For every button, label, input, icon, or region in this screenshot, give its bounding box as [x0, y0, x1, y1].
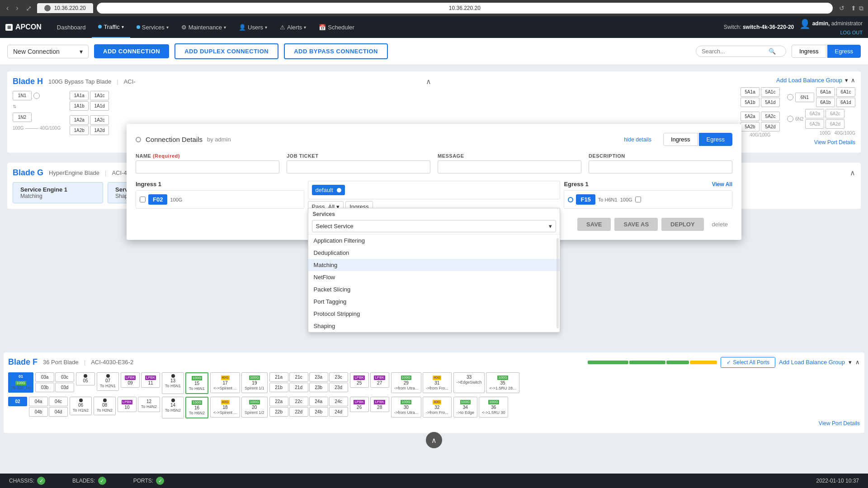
port-30[interactable]: 100G 30 ->from Utra...: [391, 397, 421, 418]
service-item-matching[interactable]: Matching: [308, 259, 560, 271]
port-6a1b[interactable]: 6A1b: [816, 98, 835, 107]
services-dropdown[interactable]: Services Select Service ▾ Application Fi…: [308, 208, 561, 333]
port-03b[interactable]: 03b: [35, 383, 54, 392]
logout-link[interactable]: LOG OUT: [840, 30, 863, 35]
port-02[interactable]: 02: [8, 397, 27, 406]
port-23d[interactable]: 23d: [329, 383, 348, 392]
port-24a[interactable]: 24a: [309, 397, 328, 406]
port-04d[interactable]: 04d: [49, 407, 68, 417]
port-1a1b[interactable]: 1A1b: [70, 101, 89, 111]
service-item-netflow[interactable]: NetFlow: [308, 271, 560, 283]
deploy-button[interactable]: DEPLOY: [661, 218, 703, 231]
port-28[interactable]: LPBK 28: [370, 397, 389, 412]
address-bar[interactable]: 10.36.220.20: [97, 3, 833, 14]
add-connection-button[interactable]: ADD CONNECTION: [94, 44, 169, 58]
port-27[interactable]: LPBK 27: [370, 372, 389, 388]
blade-f-collapse[interactable]: ∧: [855, 359, 860, 366]
port-13[interactable]: 13 To H5N1: [162, 372, 184, 394]
port-5a1c[interactable]: 5A1c: [761, 87, 780, 97]
port-03a[interactable]: 03a: [35, 372, 54, 382]
service-item-app-filtering[interactable]: Application Filtering: [308, 235, 560, 247]
blade-f-view-port-details[interactable]: View Port Details: [8, 418, 860, 428]
port-19[interactable]: 100G 19 Spirent 1/1: [241, 372, 268, 393]
blade-h-lb-collapse[interactable]: ∧: [851, 77, 855, 84]
port-1n2[interactable]: 1N2: [13, 113, 32, 122]
new-connection-dropdown[interactable]: New Connection ▾: [7, 45, 89, 58]
add-duplex-button[interactable]: ADD DUPLEX CONNECTION: [175, 43, 278, 59]
port-20[interactable]: 100G 20 Spirent 1/2: [241, 397, 268, 418]
message-input[interactable]: [438, 160, 581, 174]
default-service-chip[interactable]: default: [312, 185, 345, 195]
port-23c[interactable]: 23c: [329, 372, 348, 382]
port-5a1b[interactable]: 5A1b: [741, 98, 760, 107]
blade-h-collapse[interactable]: ∧: [426, 77, 431, 86]
nav-item-alerts[interactable]: ⚠ Alerts ▾: [274, 16, 312, 38]
service-item-packet-slicing[interactable]: Packet Slicing: [308, 283, 560, 296]
port-03c[interactable]: 03c: [55, 372, 74, 382]
service-item-shaping[interactable]: Shaping: [308, 320, 560, 332]
port-32[interactable]: 40G 32 ->from Fro...: [423, 397, 452, 418]
blade-f-lb-arrow[interactable]: ▾: [849, 359, 852, 366]
port-1a2a[interactable]: 1A2a: [70, 115, 89, 125]
nav-item-services[interactable]: Services ▾: [130, 16, 175, 38]
port-5a2a[interactable]: 5A2a: [741, 112, 760, 121]
search-input[interactable]: [702, 48, 765, 55]
port-6a2d[interactable]: 6A2d: [826, 119, 844, 129]
port-6a2c[interactable]: 6A2c: [826, 109, 844, 118]
port-17[interactable]: 40G 17 <->Spirent ...: [210, 372, 240, 393]
port-5a2b[interactable]: 5A2b: [741, 122, 760, 131]
port-07[interactable]: 07 To H2N1: [97, 372, 119, 391]
port-1a2d[interactable]: 1A2d: [90, 126, 109, 135]
port-1n1[interactable]: 1N1: [13, 91, 32, 100]
port-1a2c[interactable]: 1A2c: [90, 115, 109, 125]
admin-info[interactable]: 👤 admin, administrator LOG OUT: [799, 19, 863, 36]
save-button[interactable]: SAVE: [577, 218, 611, 231]
port-31[interactable]: 40G 31 ->from Fro...: [423, 372, 452, 393]
port-26[interactable]: LPBK 26: [350, 397, 369, 412]
port-03d[interactable]: 03d: [55, 383, 74, 392]
service-item-port-tagging[interactable]: Port Tagging: [308, 296, 560, 308]
port-21d[interactable]: 21d: [289, 383, 308, 392]
port-22d[interactable]: 22d: [289, 407, 308, 417]
egress-tab-button[interactable]: Egress: [827, 45, 861, 58]
port-1a1c[interactable]: 1A1c: [90, 91, 109, 100]
ingress-port-checkbox[interactable]: [140, 197, 146, 202]
save-as-button[interactable]: SAVE AS: [614, 218, 658, 231]
expand-button[interactable]: ⤢: [24, 3, 33, 14]
blade-g-collapse[interactable]: ∧: [850, 169, 855, 177]
nav-item-users[interactable]: 👤 Users ▾: [232, 16, 274, 38]
reload-button[interactable]: ↺: [836, 5, 847, 12]
service-item-protocol-stripping[interactable]: Protocol Stripping: [308, 308, 560, 320]
port-5a1a[interactable]: 5A1a: [741, 87, 760, 97]
port-21a[interactable]: 21a: [269, 372, 288, 382]
details-egress-tab[interactable]: Egress: [699, 133, 732, 146]
description-input[interactable]: [589, 160, 732, 174]
egress-port-chip[interactable]: F15: [576, 194, 595, 205]
port-23b[interactable]: 23b: [309, 383, 328, 392]
blade-h-add-lb[interactable]: Add Load Balance Group: [776, 77, 842, 84]
port-12[interactable]: 12 To H4N2: [138, 397, 160, 412]
browser-tab[interactable]: 10.36.220.20: [37, 3, 93, 13]
port-22b[interactable]: 22b: [269, 407, 288, 417]
port-10[interactable]: LPBK 10: [118, 397, 137, 412]
port-5a2d[interactable]: 5A2d: [761, 122, 780, 131]
port-29[interactable]: 100G 29 ->from Utra...: [391, 372, 421, 393]
port-06[interactable]: 06 To H1N2: [70, 397, 92, 415]
port-6n1[interactable]: 6N1: [795, 93, 814, 102]
nav-item-scheduler[interactable]: 📅 Scheduler: [312, 16, 361, 38]
back-button[interactable]: ‹: [5, 3, 10, 13]
port-14[interactable]: 14 To H5N2: [162, 397, 184, 418]
port-05[interactable]: 05: [76, 372, 95, 385]
port-04c[interactable]: 04c: [49, 397, 68, 406]
port-6a1d[interactable]: 6A1d: [836, 98, 855, 107]
view-all-link[interactable]: View All: [712, 181, 732, 188]
add-bypass-button[interactable]: ADD BYPASS CONNECTION: [284, 43, 388, 59]
egress-port-checkbox[interactable]: [635, 197, 641, 202]
nav-item-traffic[interactable]: Traffic ▾: [92, 16, 130, 38]
delete-button[interactable]: delete: [708, 218, 732, 231]
port-22c[interactable]: 22c: [289, 397, 308, 406]
port-04a[interactable]: 04a: [29, 397, 48, 406]
port-18[interactable]: 40G 18 <->Spirent ...: [210, 397, 240, 418]
hide-details-link[interactable]: hide details: [624, 136, 651, 143]
port-6a1a[interactable]: 6A1a: [816, 87, 835, 97]
